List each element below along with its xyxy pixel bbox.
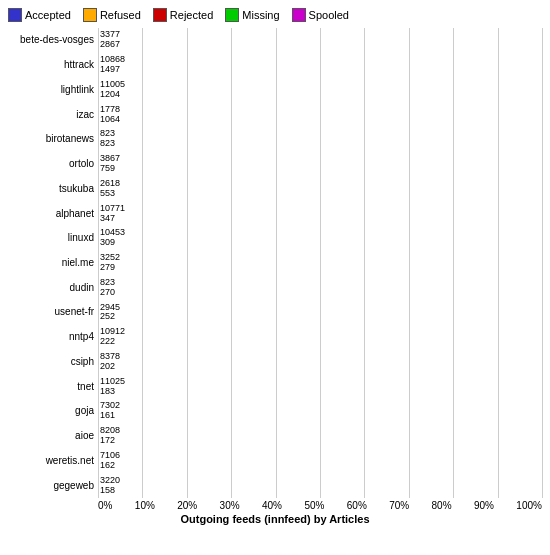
legend-item-accepted: Accepted bbox=[8, 8, 71, 22]
bar-row: 110051204 bbox=[98, 82, 542, 98]
y-label: izac bbox=[8, 110, 94, 120]
bar-row: 2618553 bbox=[98, 181, 542, 197]
legend-item-rejected: Rejected bbox=[153, 8, 213, 22]
bar-number-2: 309 bbox=[100, 238, 125, 248]
bar-number-2: 162 bbox=[100, 461, 120, 471]
bar-row: 3252279 bbox=[98, 255, 542, 271]
legend-color-box bbox=[225, 8, 239, 22]
y-label: goja bbox=[8, 406, 94, 416]
bar-row: 8378202 bbox=[98, 354, 542, 370]
y-label: weretis.net bbox=[8, 456, 94, 466]
y-label: dudin bbox=[8, 283, 94, 293]
x-axis: 0%10%20%30%40%50%60%70%80%90%100% bbox=[98, 500, 542, 511]
legend-color-box bbox=[8, 8, 22, 22]
y-label: tsukuba bbox=[8, 184, 94, 194]
bar-number-2: 1497 bbox=[100, 65, 125, 75]
x-axis-label: 0% bbox=[98, 500, 112, 511]
y-label: usenet-fr bbox=[8, 307, 94, 317]
bar-number-2: 2867 bbox=[100, 40, 120, 50]
bar-number-2: 759 bbox=[100, 164, 120, 174]
bar-row: 7106162 bbox=[98, 453, 542, 469]
x-axis-label: 70% bbox=[389, 500, 409, 511]
bar-number-2: 161 bbox=[100, 411, 120, 421]
bar-numbers: 110051204 bbox=[100, 80, 125, 100]
chart-area: bete-des-vosgeshttracklightlinkizacbirot… bbox=[8, 28, 542, 498]
y-label: ortolo bbox=[8, 159, 94, 169]
bar-row: 3220158 bbox=[98, 478, 542, 494]
bar-number-2: 172 bbox=[100, 436, 120, 446]
legend-label: Spooled bbox=[309, 9, 349, 21]
bar-number-2: 347 bbox=[100, 214, 125, 224]
bar-row: 108681497 bbox=[98, 57, 542, 73]
bar-number-2: 158 bbox=[100, 486, 120, 496]
legend-label: Rejected bbox=[170, 9, 213, 21]
bar-row: 11025183 bbox=[98, 379, 542, 395]
bar-number-2: 1064 bbox=[100, 115, 120, 125]
x-axis-label: 80% bbox=[432, 500, 452, 511]
bar-numbers: 3220158 bbox=[100, 476, 120, 496]
bar-numbers: 7106162 bbox=[100, 451, 120, 471]
bar-number-2: 823 bbox=[100, 139, 115, 149]
x-axis-label: 30% bbox=[220, 500, 240, 511]
bar-number-2: 270 bbox=[100, 288, 115, 298]
bar-numbers: 10912222 bbox=[100, 327, 125, 347]
legend-item-spooled: Spooled bbox=[292, 8, 349, 22]
bar-row: 10912222 bbox=[98, 329, 542, 345]
bar-numbers: 2618553 bbox=[100, 179, 120, 199]
bar-numbers: 7302161 bbox=[100, 401, 120, 421]
bar-numbers: 823823 bbox=[100, 129, 115, 149]
bar-row: 823270 bbox=[98, 280, 542, 296]
bar-numbers: 8208172 bbox=[100, 426, 120, 446]
bar-row: 8208172 bbox=[98, 428, 542, 444]
bar-numbers: 2945252 bbox=[100, 303, 120, 323]
y-label: niel.me bbox=[8, 258, 94, 268]
bar-numbers: 3252279 bbox=[100, 253, 120, 273]
y-label: birotanews bbox=[8, 134, 94, 144]
y-label: csiph bbox=[8, 357, 94, 367]
bar-row: 10771347 bbox=[98, 206, 542, 222]
bar-numbers: 8378202 bbox=[100, 352, 120, 372]
legend-color-box bbox=[153, 8, 167, 22]
y-label: bete-des-vosges bbox=[8, 35, 94, 45]
legend-label: Refused bbox=[100, 9, 141, 21]
bar-numbers: 33772867 bbox=[100, 30, 120, 50]
bar-number-2: 1204 bbox=[100, 90, 125, 100]
x-axis-label: 90% bbox=[474, 500, 494, 511]
grid-line bbox=[542, 28, 543, 498]
x-axis-label: 60% bbox=[347, 500, 367, 511]
x-axis-label: 20% bbox=[177, 500, 197, 511]
y-label: alphanet bbox=[8, 209, 94, 219]
axis-title: Outgoing feeds (innfeed) by Articles bbox=[8, 513, 542, 525]
bar-number-2: 279 bbox=[100, 263, 120, 273]
bar-row: 33772867 bbox=[98, 32, 542, 48]
x-axis-label: 40% bbox=[262, 500, 282, 511]
legend-color-box bbox=[83, 8, 97, 22]
bar-number-2: 222 bbox=[100, 337, 125, 347]
bar-row: 823823 bbox=[98, 131, 542, 147]
chart-container: AcceptedRefusedRejectedMissingSpooled be… bbox=[0, 0, 550, 555]
bar-numbers: 3867759 bbox=[100, 154, 120, 174]
y-label: aioe bbox=[8, 431, 94, 441]
bar-numbers: 823270 bbox=[100, 278, 115, 298]
y-labels: bete-des-vosgeshttracklightlinkizacbirot… bbox=[8, 28, 98, 498]
bar-row: 3867759 bbox=[98, 156, 542, 172]
bar-row: 17781064 bbox=[98, 107, 542, 123]
x-axis-label: 50% bbox=[304, 500, 324, 511]
y-label: nntp4 bbox=[8, 332, 94, 342]
legend: AcceptedRefusedRejectedMissingSpooled bbox=[8, 8, 542, 22]
bars-section: 3377286710868149711005120417781064823823… bbox=[98, 28, 542, 498]
x-axis-label: 100% bbox=[516, 500, 542, 511]
y-label: gegeweb bbox=[8, 481, 94, 491]
bar-number-2: 252 bbox=[100, 312, 120, 322]
legend-item-refused: Refused bbox=[83, 8, 141, 22]
x-axis-label: 10% bbox=[135, 500, 155, 511]
bar-number-2: 553 bbox=[100, 189, 120, 199]
bar-row: 7302161 bbox=[98, 403, 542, 419]
legend-label: Accepted bbox=[25, 9, 71, 21]
bar-number-2: 183 bbox=[100, 387, 125, 397]
y-label: tnet bbox=[8, 382, 94, 392]
bar-numbers: 10453309 bbox=[100, 228, 125, 248]
bar-row: 2945252 bbox=[98, 304, 542, 320]
bar-number-2: 202 bbox=[100, 362, 120, 372]
bar-numbers: 17781064 bbox=[100, 105, 120, 125]
